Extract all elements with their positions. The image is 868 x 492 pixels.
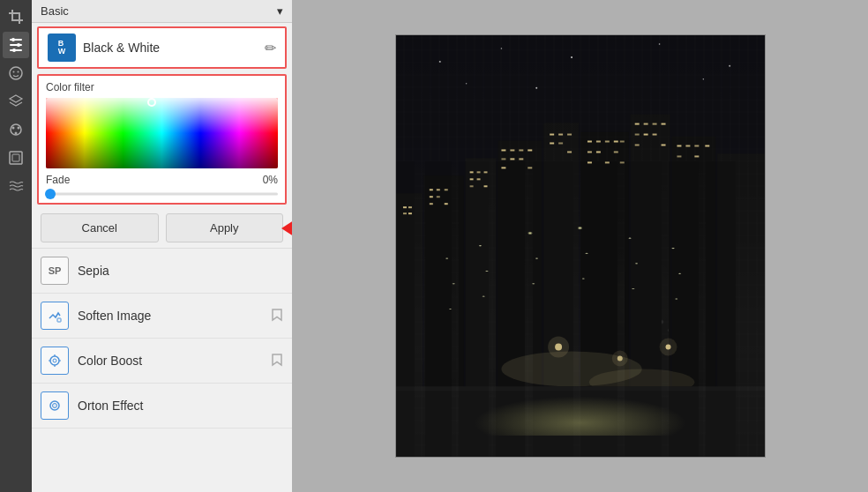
side-panel: Basic ▾ B W Black & White ✏ Color filter…	[32, 0, 292, 492]
soften-filter-item[interactable]: Soften Image	[32, 294, 292, 339]
left-toolbar	[0, 0, 32, 492]
svg-rect-37	[408, 212, 411, 214]
svg-rect-57	[510, 158, 514, 160]
svg-rect-90	[705, 145, 709, 146]
svg-point-99	[617, 355, 622, 361]
svg-rect-36	[402, 212, 406, 214]
svg-rect-26	[423, 175, 463, 457]
svg-point-23	[53, 404, 57, 408]
svg-rect-54	[519, 149, 523, 151]
color-filter-box: Color filter Fade 0%	[37, 74, 287, 205]
svg-point-20	[50, 356, 59, 365]
color-picker-area[interactable]	[46, 98, 278, 168]
svg-rect-69	[604, 141, 609, 143]
action-buttons-row: Cancel Apply	[32, 208, 292, 249]
adjust-tool-btn[interactable]	[3, 32, 29, 58]
bw-icon-text: B W	[58, 40, 66, 56]
svg-rect-66	[567, 151, 572, 153]
svg-point-94	[588, 369, 693, 395]
svg-rect-60	[528, 167, 532, 168]
sepia-filter-name: Sepia	[78, 264, 283, 278]
svg-rect-83	[643, 134, 647, 136]
svg-rect-71	[619, 141, 624, 143]
svg-rect-51	[483, 185, 487, 187]
fade-slider-track	[46, 193, 278, 196]
svg-rect-50	[469, 185, 473, 187]
fade-slider[interactable]	[46, 190, 278, 198]
svg-rect-30	[580, 132, 629, 457]
svg-rect-87	[677, 145, 681, 146]
svg-rect-46	[476, 171, 480, 173]
selected-filter-item[interactable]: B W Black & White ✏	[37, 26, 287, 69]
svg-point-102	[659, 339, 677, 356]
svg-rect-73	[595, 151, 600, 153]
svg-rect-42	[436, 196, 439, 198]
layers-tool-btn[interactable]	[3, 88, 29, 115]
frame-tool-btn[interactable]	[3, 145, 29, 171]
texture-tool-btn[interactable]	[3, 173, 29, 199]
svg-rect-17	[10, 152, 22, 164]
orton-filter-name: Orton Effect	[78, 399, 283, 413]
svg-point-12	[18, 71, 19, 73]
colorboost-bookmark-icon[interactable]	[271, 353, 283, 369]
svg-rect-82	[634, 134, 639, 136]
svg-rect-58	[519, 158, 523, 160]
svg-rect-74	[613, 151, 617, 153]
svg-rect-65	[558, 142, 563, 144]
svg-point-98	[548, 337, 569, 358]
svg-rect-95	[396, 386, 765, 457]
cancel-button[interactable]: Cancel	[41, 213, 159, 242]
svg-point-93	[501, 352, 641, 387]
svg-rect-89	[694, 145, 699, 146]
svg-point-9	[12, 48, 16, 52]
colorboost-filter-name: Color Boost	[78, 354, 271, 368]
dropdown-arrow-icon: ▾	[277, 4, 283, 18]
svg-rect-76	[604, 161, 609, 163]
soften-icon	[41, 302, 69, 330]
fade-slider-thumb[interactable]	[45, 189, 56, 199]
svg-point-14	[12, 127, 15, 130]
orton-filter-item[interactable]: Orton Effect	[32, 384, 292, 429]
face-tool-btn[interactable]	[3, 60, 29, 86]
svg-rect-61	[550, 134, 554, 136]
svg-point-104	[500, 48, 502, 49]
photo-preview	[395, 34, 766, 458]
fade-label: Fade	[46, 174, 70, 186]
svg-rect-55	[528, 149, 532, 151]
filter-category-dropdown[interactable]: Basic ▾	[32, 0, 292, 23]
filter-category-label: Basic	[41, 4, 69, 18]
svg-rect-84	[652, 134, 656, 136]
svg-point-107	[729, 65, 730, 67]
selected-filter-name: Black & White	[83, 41, 265, 55]
fade-value: 0%	[263, 174, 278, 186]
apply-button[interactable]: Apply	[166, 213, 284, 242]
svg-rect-53	[510, 149, 514, 151]
svg-rect-62	[558, 134, 563, 136]
bw-filter-icon: B W	[48, 34, 76, 62]
svg-rect-40	[444, 189, 447, 190]
sepia-icon: SP	[41, 257, 69, 285]
colorboost-filter-item[interactable]: Color Boost	[32, 339, 292, 384]
palette-tool-btn[interactable]	[3, 116, 29, 143]
svg-rect-29	[543, 123, 579, 457]
edit-filter-icon[interactable]: ✏	[265, 40, 276, 56]
soften-bookmark-icon[interactable]	[271, 308, 283, 324]
svg-rect-19	[57, 318, 61, 322]
svg-rect-32	[671, 137, 715, 457]
svg-point-15	[18, 127, 20, 130]
svg-point-101	[665, 345, 670, 350]
svg-point-11	[13, 71, 15, 73]
svg-rect-88	[685, 145, 690, 146]
svg-rect-47	[483, 171, 487, 173]
color-cursor	[147, 98, 156, 107]
colorboost-icon	[41, 347, 69, 375]
svg-rect-81	[661, 123, 665, 125]
svg-rect-64	[550, 142, 554, 144]
svg-rect-92	[694, 155, 699, 157]
svg-rect-2	[19, 12, 20, 24]
svg-rect-43	[429, 203, 432, 205]
sepia-filter-item[interactable]: SP Sepia	[32, 249, 292, 294]
svg-point-103	[438, 61, 440, 63]
crop-tool-btn[interactable]	[3, 4, 29, 30]
svg-point-97	[555, 344, 562, 351]
